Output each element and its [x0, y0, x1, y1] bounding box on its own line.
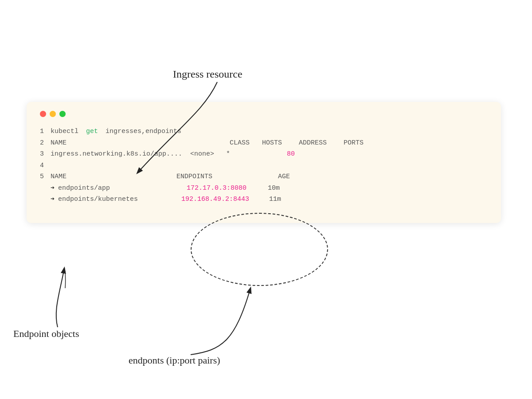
ep-obj-arrow-connector: [64, 268, 66, 288]
ep-app-name: endpoints/app: [58, 183, 110, 194]
terminal-line-7: ➔ endpoints/kubernetes 192.168.49.2:8443…: [40, 194, 488, 205]
header-spacer: CLASS: [230, 137, 250, 149]
endpoints-ip-label: endponts (ip:port pairs): [129, 355, 220, 366]
header-ports: PORTS: [344, 137, 364, 149]
ep-header-endpoints: ENDPOINTS: [176, 171, 212, 183]
terminal-line-1: 1 kubectl get ingresses,endpoints: [40, 126, 488, 137]
terminal-line-2: 2 NAME CLASS HOSTS ADDRESS PORTS: [40, 137, 488, 149]
cmd-get: get: [86, 126, 98, 137]
ep-header-name: NAME: [51, 171, 66, 183]
ep-obj-arrow-1: [56, 268, 64, 327]
terminal-content: 1 kubectl get ingresses,endpoints 2 NAME…: [40, 126, 488, 205]
line-num-6: [40, 183, 47, 194]
line-num-4: 4: [40, 160, 47, 172]
ep-app-arrow: ➔: [51, 183, 55, 194]
page-container: 1 kubectl get ingresses,endpoints 2 NAME…: [0, 0, 532, 399]
endpoints-ip-arrow: [191, 288, 250, 355]
terminal-line-6: ➔ endpoints/app 172.17.0.3:8080 10m: [40, 183, 488, 194]
terminal-line-4: 4: [40, 160, 488, 172]
ingress-name: ingress.networking.k8s.io/app.... <none>…: [51, 149, 230, 160]
ep-header-age: AGE: [278, 171, 290, 183]
terminal-line-3: 3 ingress.networking.k8s.io/app.... <non…: [40, 149, 488, 160]
cmd-kubectl: kubectl: [51, 126, 82, 137]
traffic-light-yellow: [50, 111, 56, 117]
header-name: NAME: [51, 137, 66, 149]
traffic-light-red: [40, 111, 46, 117]
ingress-label: Ingress resource: [173, 68, 243, 80]
endpoint-objects-label: Endpoint objects: [13, 328, 79, 339]
line-num-2: 2: [40, 137, 47, 149]
ep-k8s-name: endpoints/kubernetes: [58, 194, 138, 205]
ep-k8s-ip: 192.168.49.2:8443: [181, 194, 249, 205]
terminal-window: 1 kubectl get ingresses,endpoints 2 NAME…: [27, 102, 501, 223]
line-num-1: 1: [40, 126, 47, 137]
line-num-5: 5: [40, 171, 47, 183]
cmd-args: ingresses,endpoints: [102, 126, 181, 137]
header-hosts: HOSTS: [262, 137, 282, 149]
terminal-line-5: 5 NAME ENDPOINTS AGE: [40, 171, 488, 183]
ep-app-ip: 172.17.0.3:8080: [187, 183, 246, 194]
header-address: ADDRESS: [299, 137, 327, 149]
line-num-3: 3: [40, 149, 47, 160]
endpoints-oval: [191, 213, 328, 286]
traffic-light-green: [59, 111, 66, 117]
ep-k8s-arrow: ➔: [51, 194, 55, 205]
ingress-port: 80: [287, 149, 295, 160]
traffic-lights: [40, 111, 488, 117]
ep-app-age: 10m: [268, 183, 280, 194]
line-num-7: [40, 194, 47, 205]
ep-k8s-age: 11m: [269, 194, 281, 205]
